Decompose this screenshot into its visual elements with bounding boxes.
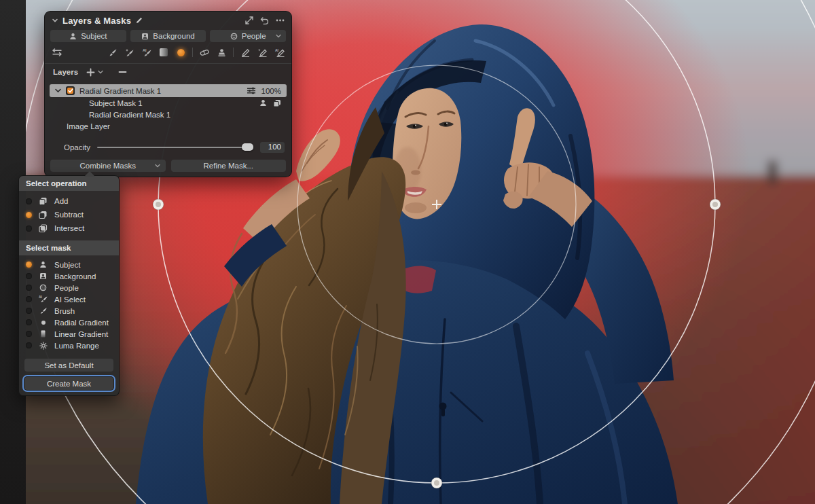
layer-name: Radial Gradient Mask 1	[79, 87, 161, 95]
people-mask-button[interactable]: People	[210, 30, 286, 42]
mask-option-label: People	[54, 284, 79, 292]
combine-masks-label: Combine Masks	[80, 162, 136, 170]
set-as-default-button[interactable]: Set as Default	[24, 359, 113, 372]
mask-option-brush[interactable]: Brush	[19, 305, 119, 317]
layers-header: Layers	[45, 64, 291, 80]
refine-mask-button[interactable]: Refine Mask...	[171, 160, 287, 172]
radial-mask-handle-right[interactable]	[710, 199, 721, 210]
quick-mask-buttons: Subject Background People	[45, 29, 291, 42]
mask-option-subject[interactable]: Subject	[19, 259, 119, 270]
layer-list: Radial Gradient Mask 1 100% Subject Mask…	[45, 80, 291, 132]
magic-brush-icon[interactable]	[124, 47, 135, 58]
radio-unselected-icon	[26, 331, 32, 337]
people-face-icon	[230, 33, 238, 40]
layer-name: Image Layer	[67, 122, 110, 130]
mask-option-label: Radial Gradient	[54, 319, 109, 327]
app-window: Layers & Masks Subject Background People	[0, 0, 815, 504]
panel-titlebar[interactable]: Layers & Masks	[45, 12, 291, 29]
layer-row-image-layer[interactable]: Image Layer	[50, 120, 287, 132]
layer-row-subject-mask[interactable]: Subject Mask 1	[50, 97, 287, 109]
people-mask-label: People	[242, 32, 266, 40]
ai-brush-icon[interactable]: AI	[141, 47, 152, 58]
operation-add-label: Add	[54, 197, 68, 205]
mask-option-label: Background	[54, 272, 96, 281]
mask-option-label: Luma Range	[54, 342, 99, 350]
layers-masks-panel: Layers & Masks Subject Background People	[44, 11, 292, 177]
opacity-slider[interactable]	[97, 143, 253, 152]
tools-separator	[192, 48, 193, 57]
people-face-icon	[38, 284, 48, 291]
operation-intersect[interactable]: Intersect	[19, 221, 119, 235]
mask-option-people[interactable]: People	[19, 282, 119, 293]
radio-unselected-icon	[26, 198, 32, 204]
eraser-icon[interactable]	[199, 47, 210, 58]
opacity-slider-handle[interactable]	[242, 143, 253, 151]
layer-row-radial-mask[interactable]: Radial Gradient Mask 1	[50, 109, 287, 120]
opacity-value-field[interactable]: 100	[260, 142, 285, 153]
more-options-icon[interactable]	[276, 19, 285, 22]
subject-mask-button[interactable]: Subject	[50, 30, 126, 42]
subject-person-icon	[69, 33, 77, 40]
layer-row-selected[interactable]: Radial Gradient Mask 1 100%	[50, 84, 287, 97]
opacity-label: Opacity	[52, 143, 90, 151]
mask-subtract-icon	[38, 211, 48, 219]
layer-adjustments-icon[interactable]	[247, 87, 256, 94]
mask-add-icon	[38, 197, 48, 206]
remove-layer-icon[interactable]	[118, 71, 127, 73]
radial-mask-handle-left[interactable]	[153, 199, 164, 210]
radio-selected-icon	[26, 212, 32, 218]
operation-add[interactable]: Add	[19, 194, 119, 208]
svg-text:AI: AI	[143, 48, 147, 52]
radio-unselected-icon	[26, 342, 32, 348]
compare-adjustments-icon[interactable]	[52, 47, 62, 58]
mask-tools-row: AI AI	[45, 42, 291, 61]
add-layer-chevron-icon[interactable]	[98, 70, 103, 74]
radial-gradient-tool-icon[interactable]	[175, 47, 186, 58]
mask-intersect-icon	[38, 224, 48, 233]
chevron-down-icon	[155, 164, 160, 168]
operation-subtract[interactable]: Subtract	[19, 208, 119, 221]
opacity-row: Opacity 100	[52, 141, 285, 154]
layer-visibility-checkbox[interactable]	[66, 86, 75, 95]
layer-name: Subject Mask 1	[89, 99, 143, 107]
clone-stamp-icon[interactable]	[216, 47, 227, 58]
select-mask-header: Select mask	[19, 240, 119, 255]
radio-selected-icon	[26, 262, 32, 268]
radio-unselected-icon	[26, 226, 32, 232]
radial-gradient-tool-icon	[38, 319, 48, 326]
operation-intersect-label: Intersect	[54, 224, 84, 232]
tools-separator-2	[233, 48, 234, 57]
background-mask-button[interactable]: Background	[130, 30, 206, 42]
copy-mask-icon[interactable]	[273, 99, 281, 107]
ai-erase-pencil-icon[interactable]: AI	[274, 47, 285, 58]
mask-option-radial-gradient[interactable]: Radial Gradient	[19, 317, 119, 328]
erase-pencil-icon[interactable]	[240, 47, 251, 58]
svg-text:AI: AI	[275, 48, 279, 52]
radial-mask-handle-bottom[interactable]	[431, 478, 442, 488]
radio-unselected-icon	[26, 273, 32, 279]
magic-erase-pencil-icon[interactable]	[257, 47, 268, 58]
select-operation-header: Select operation	[19, 176, 119, 191]
radio-unselected-icon	[26, 319, 32, 325]
mask-option-background[interactable]: Background	[19, 270, 119, 282]
create-mask-button[interactable]: Create Mask	[24, 377, 113, 390]
linear-gradient-tool-icon[interactable]	[158, 47, 169, 58]
layer-expand-chevron-icon[interactable]	[55, 88, 61, 93]
radio-unselected-icon	[26, 285, 32, 291]
mask-option-label: AI Select	[54, 295, 86, 304]
brush-icon[interactable]	[107, 47, 118, 58]
mask-option-ai-select[interactable]: AI AI Select	[19, 293, 119, 305]
mask-option-label: Linear Gradient	[54, 330, 108, 338]
detach-panel-icon[interactable]	[245, 16, 253, 24]
reset-adjustments-icon[interactable]	[260, 16, 269, 24]
edit-pencil-icon[interactable]	[135, 16, 143, 24]
mask-option-luma-range[interactable]: Luma Range	[19, 340, 119, 351]
linear-gradient-tool-icon	[38, 330, 48, 338]
combine-masks-button[interactable]: Combine Masks	[50, 160, 166, 172]
luma-range-sun-icon	[38, 342, 48, 350]
panel-footer-buttons: Combine Masks Refine Mask...	[50, 160, 286, 172]
mask-option-linear-gradient[interactable]: Linear Gradient	[19, 328, 119, 340]
add-layer-icon[interactable]	[86, 68, 95, 77]
chevron-down-icon	[276, 34, 281, 38]
collapse-chevron-icon[interactable]	[52, 17, 58, 24]
